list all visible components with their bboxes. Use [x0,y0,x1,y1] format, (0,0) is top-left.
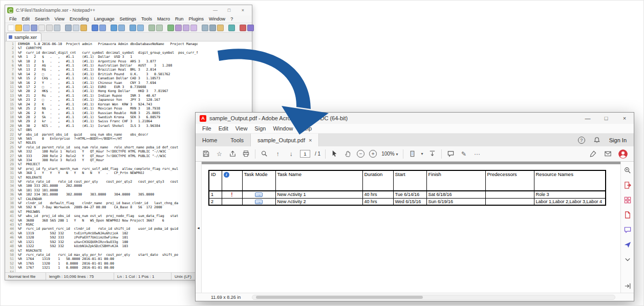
acrobat-close-button[interactable]: × [615,113,634,124]
sign-in-button[interactable]: Sign In [609,137,627,143]
notepad-titlebar[interactable]: C:\Files\Tasks\sample.xer - Notepad++ — … [5,5,252,15]
paste-icon[interactable] [80,25,87,31]
comment-icon[interactable] [446,149,455,158]
organize-pages-icon[interactable] [623,195,632,204]
cut-icon[interactable] [65,25,72,31]
menu-item-sign[interactable]: Sign [251,125,269,132]
tab-sample-output-pdf[interactable]: sample_Output.pdf× [250,134,319,146]
menu-item-run[interactable]: Run [173,16,186,21]
save-all-icon[interactable] [31,25,37,31]
open-tools-panel-icon[interactable] [623,281,632,290]
page-number-input[interactable]: 1 [300,150,310,158]
create-pdf-icon[interactable] [623,210,632,219]
toolbar-right-cluster [589,149,628,159]
close-all-icon[interactable] [46,25,53,31]
hand-tool-icon[interactable] [344,149,352,158]
menu-item-window[interactable]: Window [269,125,296,132]
print-icon[interactable] [54,25,60,31]
sign-pen-icon[interactable] [589,149,597,158]
select-tool-icon[interactable] [330,149,339,158]
find-icon[interactable] [111,25,117,31]
close-icon[interactable] [38,25,45,31]
zoom-in-icon[interactable]: + [369,150,377,158]
menu-item-edit[interactable]: Edit [215,125,232,132]
line-number: 33 [5,180,14,184]
profile-avatar[interactable] [618,149,628,159]
notepad-minimize-button[interactable]: — [208,5,222,15]
export-pdf-icon[interactable] [623,181,632,189]
editor-text-area[interactable]: ERMHDR 5.0 2016-06-10 Project admin Prim… [16,41,198,272]
acrobat-maximize-button[interactable]: □ [597,113,615,124]
search-tools-icon[interactable] [623,166,632,174]
pdf-page[interactable]: IDiTask ModeTask NameDurationStartFinish… [202,164,620,293]
replace-icon[interactable] [118,25,125,31]
menu-item-window[interactable]: Window [206,16,228,21]
sync-vertical-icon[interactable] [148,25,155,31]
notifications-bell-icon[interactable] [593,136,602,144]
zoom-in-icon[interactable] [130,25,136,31]
menu-item-language[interactable]: Language [91,16,117,21]
undo-icon[interactable] [92,25,98,31]
menu-item-encoding[interactable]: Encoding [67,16,92,21]
menu-item-plugins[interactable]: Plugins [186,16,207,21]
tab-close-icon[interactable]: × [309,137,312,143]
share-icon[interactable] [228,149,237,158]
folder-as-workspace-icon[interactable] [217,25,224,31]
menu-item-settings[interactable]: Settings [117,16,139,21]
acrobat-minimize-button[interactable]: — [578,113,597,124]
notepad-close-button[interactable]: × [236,5,250,15]
new-file-icon[interactable] [8,25,14,31]
menu-item-help[interactable]: Help [297,125,316,132]
previous-page-icon[interactable]: ↑ [273,149,282,158]
menu-item-tools[interactable]: Tools [139,16,155,21]
print-icon[interactable] [242,149,250,158]
open-folder-icon[interactable] [15,25,22,31]
comment-tool-icon[interactable] [623,225,632,234]
zoom-out-icon[interactable] [137,25,144,31]
save-icon[interactable] [202,149,210,158]
indent-guide-icon[interactable] [183,25,189,31]
save-icon[interactable] [23,25,30,31]
nav-pane-toggle-icon[interactable]: ◄ [197,226,200,230]
zoom-out-icon[interactable]: − [357,150,364,158]
menu-item-view[interactable]: View [232,125,251,132]
redo-icon[interactable] [99,25,106,31]
more-panels-chevron-icon[interactable] [623,255,632,264]
function-list-icon[interactable] [209,25,216,31]
word-wrap-icon[interactable] [167,25,174,31]
scroll-mode-icon[interactable] [428,149,437,158]
tab-tools[interactable]: Tools [224,134,250,146]
tab-sample-xer[interactable]: sample.xer [6,33,41,41]
tab-home[interactable]: Home [196,134,224,146]
horizontal-scrollbar[interactable] [252,295,615,300]
menu-item-file[interactable]: File [199,125,215,132]
scrollbar-thumb[interactable] [256,296,423,299]
menu-item-view[interactable]: View [52,16,67,21]
send-for-signature-icon[interactable] [623,240,632,249]
email-icon[interactable] [604,149,612,158]
menu-item-edit[interactable]: Edit [19,16,33,21]
menu-item-help[interactable]: ? [228,16,235,21]
menu-item-macro[interactable]: Macro [155,16,173,21]
macro-record-icon[interactable] [240,25,246,31]
next-page-icon[interactable]: ↓ [287,149,295,158]
acrobat-titlebar[interactable]: A sample_Output.pdf - Adobe Acrobat Read… [196,113,634,124]
macro-play-icon[interactable] [247,25,254,31]
search-icon[interactable] [260,149,269,158]
show-all-characters-icon[interactable] [175,25,182,31]
page-view-dropdown-icon[interactable] [408,149,417,158]
document-map-icon[interactable] [202,25,208,31]
favorites-star-icon[interactable]: ☆ [215,149,224,158]
help-icon[interactable]: ? [578,137,585,144]
notepad-maximize-button[interactable]: □ [222,5,236,15]
define-language-icon[interactable] [190,25,197,31]
fill-sign-pencil-icon[interactable]: ✎ [460,149,468,158]
more-tools-icon[interactable]: ··· [473,149,482,158]
menu-item-search[interactable]: Search [32,16,52,21]
notepad-window-title: C:\Files\Tasks\sample.xer - Notepad++ [16,8,95,13]
monitoring-icon[interactable] [228,25,235,31]
menu-item-file[interactable]: File [7,16,19,21]
zoom-level-dropdown[interactable]: 100% ▾ [381,151,398,157]
copy-icon[interactable] [73,25,79,31]
sync-horizontal-icon[interactable] [156,25,163,31]
